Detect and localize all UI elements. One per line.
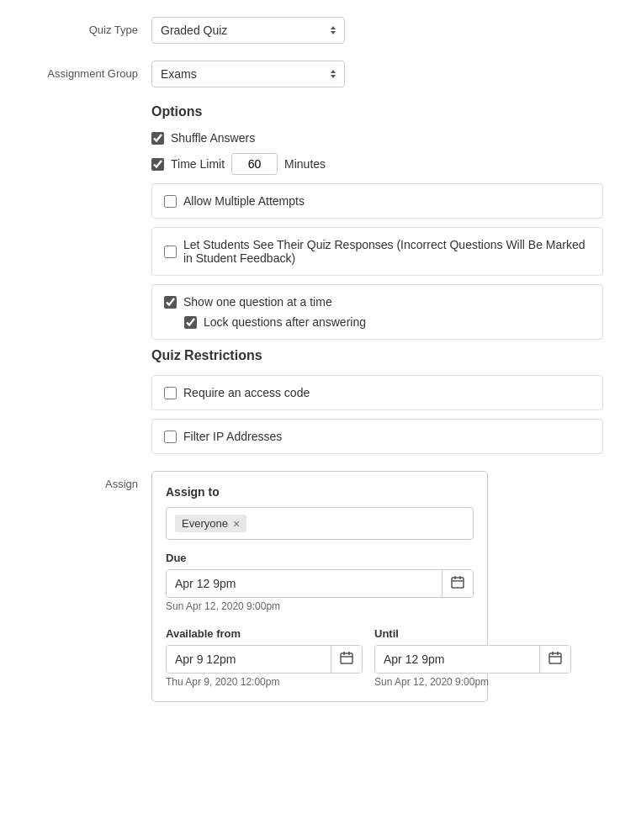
require-access-code-checkbox[interactable] bbox=[164, 387, 177, 399]
available-from-col: Available from Apr 9 12pm Thu Apr 9, 202… bbox=[166, 615, 363, 688]
assign-row: Assign Assign to Everyone × Due Apr 12 9… bbox=[0, 471, 620, 702]
due-date-hint: Sun Apr 12, 2020 9:00pm bbox=[166, 600, 474, 612]
let-students-see-checkbox[interactable] bbox=[164, 246, 177, 258]
filter-ip-addresses-row: Filter IP Addresses bbox=[164, 430, 591, 443]
allow-multiple-attempts-checkbox[interactable] bbox=[164, 195, 177, 208]
from-until-row: Available from Apr 9 12pm Thu Apr 9, 202… bbox=[166, 615, 474, 688]
until-col: Until Apr 12 9pm Sun Apr 12, 2020 9:00pm bbox=[374, 615, 571, 688]
lock-after-answering-row: Lock questions after answering bbox=[184, 315, 591, 329]
quiz-type-row: Quiz Type Graded Quiz Practice Quiz Grad… bbox=[0, 17, 620, 44]
svg-rect-4 bbox=[341, 653, 352, 663]
show-one-question-row: Show one question at a time bbox=[164, 295, 591, 309]
time-limit-checkbox[interactable] bbox=[151, 158, 164, 171]
quiz-type-select[interactable]: Graded Quiz Practice Quiz Graded Survey … bbox=[151, 17, 345, 44]
available-from-input[interactable]: Apr 9 12pm bbox=[167, 646, 331, 673]
calendar-icon-from bbox=[340, 651, 353, 664]
require-access-code-row: Require an access code bbox=[164, 386, 591, 399]
assign-label: Assign bbox=[17, 471, 151, 490]
due-calendar-button[interactable] bbox=[442, 570, 473, 597]
available-from-label: Available from bbox=[166, 627, 363, 640]
quiz-type-control: Graded Quiz Practice Quiz Graded Survey … bbox=[151, 17, 603, 44]
calendar-icon bbox=[451, 575, 464, 589]
show-one-question-checkbox[interactable] bbox=[164, 296, 177, 309]
allow-multiple-attempts-row: Allow Multiple Attempts bbox=[164, 194, 591, 208]
shuffle-answers-label: Shuffle Answers bbox=[171, 131, 255, 145]
available-from-hint: Thu Apr 9, 2020 12:00pm bbox=[166, 676, 363, 688]
assignment-group-control: Exams Assignments Quizzes Projects bbox=[151, 61, 603, 87]
options-title: Options bbox=[151, 104, 603, 119]
assignment-group-label: Assignment Group bbox=[17, 61, 151, 80]
shuffle-answers-checkbox[interactable] bbox=[151, 132, 164, 145]
filter-ip-addresses-checkbox[interactable] bbox=[164, 431, 177, 443]
available-from-wrap: Apr 9 12pm bbox=[166, 645, 363, 674]
time-limit-row: Time Limit 60 Minutes bbox=[151, 153, 603, 175]
available-from-calendar-button[interactable] bbox=[331, 646, 362, 673]
assignee-name: Everyone bbox=[182, 517, 228, 530]
assign-to-input[interactable]: Everyone × bbox=[166, 507, 474, 540]
assignment-group-row: Assignment Group Exams Assignments Quizz… bbox=[0, 61, 620, 87]
lock-after-answering-checkbox[interactable] bbox=[184, 316, 197, 329]
let-students-see-label: Let Students See Their Quiz Responses (I… bbox=[183, 238, 591, 265]
assign-to-title: Assign to bbox=[166, 485, 474, 499]
allow-multiple-attempts-option: Allow Multiple Attempts bbox=[151, 183, 603, 219]
until-input[interactable]: Apr 12 9pm bbox=[375, 646, 539, 673]
assignment-group-select[interactable]: Exams Assignments Quizzes Projects bbox=[151, 61, 345, 87]
filter-ip-addresses-option: Filter IP Addresses bbox=[151, 419, 603, 454]
assign-box: Assign to Everyone × Due Apr 12 9pm Sun … bbox=[151, 471, 488, 702]
calendar-icon-until bbox=[548, 651, 562, 664]
time-limit-label: Time Limit bbox=[171, 157, 225, 171]
svg-rect-0 bbox=[452, 578, 464, 588]
quiz-type-label: Quiz Type bbox=[17, 17, 151, 36]
require-access-code-label: Require an access code bbox=[183, 386, 310, 399]
restrictions-title: Quiz Restrictions bbox=[151, 348, 603, 363]
time-limit-unit: Minutes bbox=[284, 157, 326, 171]
svg-rect-8 bbox=[549, 653, 561, 663]
lock-after-answering-label: Lock questions after answering bbox=[204, 315, 366, 329]
due-label: Due bbox=[166, 552, 474, 564]
until-hint: Sun Apr 12, 2020 9:00pm bbox=[374, 676, 571, 688]
until-wrap: Apr 12 9pm bbox=[374, 645, 571, 674]
let-students-see-option: Let Students See Their Quiz Responses (I… bbox=[151, 227, 603, 276]
assignee-tag: Everyone × bbox=[175, 515, 246, 532]
time-limit-input[interactable]: 60 bbox=[231, 153, 278, 175]
due-date-wrap: Apr 12 9pm bbox=[166, 569, 474, 598]
show-one-question-option: Show one question at a time Lock questio… bbox=[151, 284, 603, 340]
require-access-code-option: Require an access code bbox=[151, 375, 603, 410]
options-section: Options Shuffle Answers Time Limit 60 Mi… bbox=[0, 104, 620, 340]
show-one-question-label: Show one question at a time bbox=[183, 295, 332, 309]
allow-multiple-attempts-label: Allow Multiple Attempts bbox=[183, 194, 305, 208]
restrictions-section: Quiz Restrictions Require an access code… bbox=[0, 348, 620, 454]
assignee-remove-icon[interactable]: × bbox=[233, 518, 240, 530]
let-students-see-row: Let Students See Their Quiz Responses (I… bbox=[164, 238, 591, 265]
shuffle-answers-row: Shuffle Answers bbox=[151, 131, 603, 145]
due-date-input[interactable]: Apr 12 9pm bbox=[167, 570, 442, 597]
filter-ip-addresses-label: Filter IP Addresses bbox=[183, 430, 282, 443]
until-label: Until bbox=[374, 627, 571, 640]
until-calendar-button[interactable] bbox=[539, 646, 570, 673]
